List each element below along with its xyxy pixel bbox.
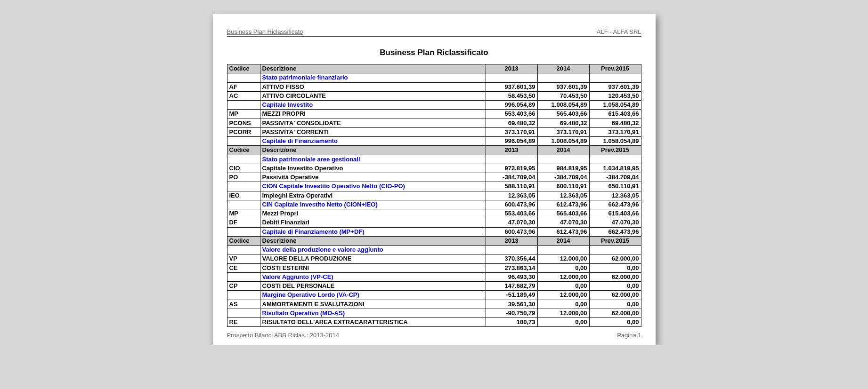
- col-code: Codice: [227, 64, 260, 73]
- table-row: MPMezzi Propri553.403,66565.403,66615.40…: [227, 209, 641, 218]
- cell-code: DF: [227, 218, 260, 227]
- cell-y3: [589, 246, 641, 254]
- table-row: PCONSPASSIVITA' CONSOLIDATE69.480,3269.4…: [227, 119, 641, 127]
- col-desc: Descrizione: [260, 146, 486, 155]
- cell-desc: PASSIVITA' CORRENTI: [260, 127, 486, 136]
- cell-desc: Mezzi Propri: [260, 209, 486, 218]
- cell-y3: 62.000,00: [589, 272, 641, 281]
- cell-desc: CIN Capitale Investito Netto (CION+IEO): [260, 200, 486, 209]
- table-row: Valore della produzione e valore aggiunt…: [227, 246, 641, 254]
- table-row: Margine Operativo Lordo (VA-CP)-51.189,4…: [227, 291, 641, 300]
- header-right: ALF - ALFA SRL: [597, 28, 641, 35]
- cell-code: AS: [227, 300, 260, 309]
- cell-y1: 600.473,96: [486, 227, 537, 236]
- table-row: AFATTIVO FISSO937.601,39937.601,39937.60…: [227, 82, 641, 91]
- cell-y1: -51.189,49: [486, 291, 537, 300]
- cell-code: [227, 227, 260, 236]
- cell-y1: 553.403,66: [486, 110, 537, 119]
- cell-desc: Capitale Investito: [260, 101, 486, 110]
- cell-code: RE: [227, 318, 260, 327]
- cell-code: CP: [227, 282, 260, 291]
- cell-desc: COSTI ESTERNI: [260, 263, 486, 272]
- cell-y1: -384.709,04: [486, 173, 537, 182]
- table-row: PCORRPASSIVITA' CORRENTI373.170,91373.17…: [227, 127, 641, 136]
- table-row: CIOCapitale Investito Operativo972.819,9…: [227, 164, 641, 173]
- cell-desc: Stato patrimoniale aree gestionali: [260, 155, 486, 164]
- cell-y1: 39.561,30: [486, 300, 537, 309]
- cell-code: PCONS: [227, 119, 260, 127]
- table-row: DFDebiti Finanziari47.070,3047.070,3047.…: [227, 218, 641, 227]
- cell-y1: 147.682,79: [486, 282, 537, 291]
- cell-y3: 650.110,91: [589, 182, 641, 191]
- cell-y1: [486, 155, 537, 164]
- table-row: ASAMMORTAMENTI E SVALUTAZIONI39.561,300,…: [227, 300, 641, 309]
- table-row: CodiceDescrizione20132014Prev.2015: [227, 236, 641, 245]
- document-page: Business Plan Riclassificato ALF - ALFA …: [213, 14, 656, 345]
- table-row: RERISULTATO DELL'AREA EXTRACARATTERISTIC…: [227, 318, 641, 327]
- cell-code: CIO: [227, 164, 260, 173]
- cell-y3: 0,00: [589, 300, 641, 309]
- cell-y2: 69.480,32: [537, 119, 589, 127]
- col-y2: 2014: [537, 146, 589, 155]
- cell-y2: 0,00: [537, 282, 589, 291]
- col-desc: Descrizione: [260, 236, 486, 245]
- document-footer: Prospetto Bilanci ABB Riclas.: 2013-2014…: [227, 332, 641, 339]
- cell-desc: Risultato Operativo (MO-AS): [260, 309, 486, 318]
- cell-desc: Stato patrimoniale finanziario: [260, 73, 486, 82]
- col-y1: 2013: [486, 64, 537, 73]
- cell-y1: 12.363,05: [486, 191, 537, 200]
- col-y1: 2013: [486, 146, 537, 155]
- cell-desc: COSTI DEL PERSONALE: [260, 282, 486, 291]
- cell-y1: [486, 73, 537, 82]
- report-body: CodiceDescrizione20132014Prev.2015Stato …: [227, 64, 641, 327]
- cell-y1: 996.054,89: [486, 137, 537, 146]
- cell-y2: 984.819,95: [537, 164, 589, 173]
- cell-y1: 600.473,96: [486, 200, 537, 209]
- cell-desc: RISULTATO DELL'AREA EXTRACARATTERISTICA: [260, 318, 486, 327]
- cell-y3: 1.058.054,89: [589, 137, 641, 146]
- cell-code: [227, 101, 260, 110]
- cell-desc: MEZZI PROPRI: [260, 110, 486, 119]
- cell-y3: 12.363,05: [589, 191, 641, 200]
- cell-y1: 588.110,91: [486, 182, 537, 191]
- cell-code: MP: [227, 209, 260, 218]
- cell-y2: 12.000,00: [537, 272, 589, 281]
- document-header: Business Plan Riclassificato ALF - ALFA …: [227, 28, 641, 37]
- table-row: Risultato Operativo (MO-AS)-90.750,7912.…: [227, 309, 641, 318]
- cell-desc: AMMORTAMENTI E SVALUTAZIONI: [260, 300, 486, 309]
- cell-y1: 96.493,30: [486, 272, 537, 281]
- cell-desc: VALORE DELLA PRODUZIONE: [260, 254, 486, 263]
- report-table: CodiceDescrizione20132014Prev.2015Stato …: [227, 64, 641, 327]
- cell-desc: Debiti Finanziari: [260, 218, 486, 227]
- cell-y2: 1.008.054,89: [537, 137, 589, 146]
- header-left: Business Plan Riclassificato: [227, 28, 303, 35]
- cell-y1: 373.170,91: [486, 127, 537, 136]
- cell-y1: 100,73: [486, 318, 537, 327]
- cell-code: [227, 272, 260, 281]
- cell-y1: 553.403,66: [486, 209, 537, 218]
- cell-y1: -90.750,79: [486, 309, 537, 318]
- cell-desc: Passività Operative: [260, 173, 486, 182]
- col-y3: Prev.2015: [589, 236, 641, 245]
- cell-y2: [537, 246, 589, 254]
- col-code: Codice: [227, 236, 260, 245]
- cell-y1: 58.453,50: [486, 91, 537, 100]
- cell-code: CE: [227, 263, 260, 272]
- col-y2: 2014: [537, 64, 589, 73]
- table-row: ACATTIVO CIRCOLANTE58.453,5070.453,50120…: [227, 91, 641, 100]
- document-title: Business Plan Riclassificato: [227, 48, 641, 57]
- cell-desc: Capitale di Finanziamento (MP+DF): [260, 227, 486, 236]
- table-row: Capitale di Finanziamento (MP+DF)600.473…: [227, 227, 641, 236]
- cell-y2: 1.008.054,89: [537, 101, 589, 110]
- cell-y2: -384.709,04: [537, 173, 589, 182]
- cell-y2: [537, 73, 589, 82]
- table-row: POPassività Operative-384.709,04-384.709…: [227, 173, 641, 182]
- cell-y1: 47.070,30: [486, 218, 537, 227]
- cell-y2: 565.403,66: [537, 209, 589, 218]
- cell-y3: [589, 73, 641, 82]
- cell-y1: [486, 246, 537, 254]
- cell-y2: 47.070,30: [537, 218, 589, 227]
- table-row: VPVALORE DELLA PRODUZIONE370.356,4412.00…: [227, 254, 641, 263]
- cell-desc: CION Capitale Investito Operativo Netto …: [260, 182, 486, 191]
- table-row: CION Capitale Investito Operativo Netto …: [227, 182, 641, 191]
